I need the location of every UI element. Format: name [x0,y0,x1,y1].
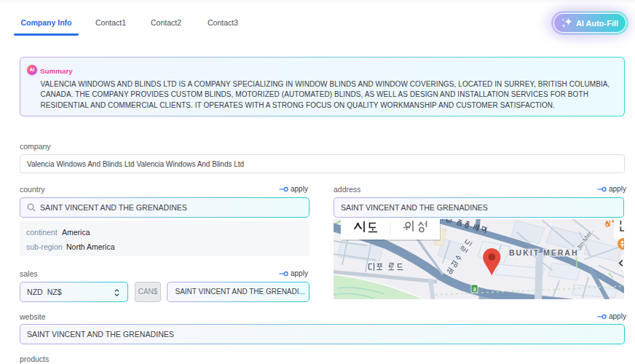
svg-text:BUKIT MERAH: BUKIT MERAH [509,248,579,257]
svg-text:3: 3 [473,286,476,293]
